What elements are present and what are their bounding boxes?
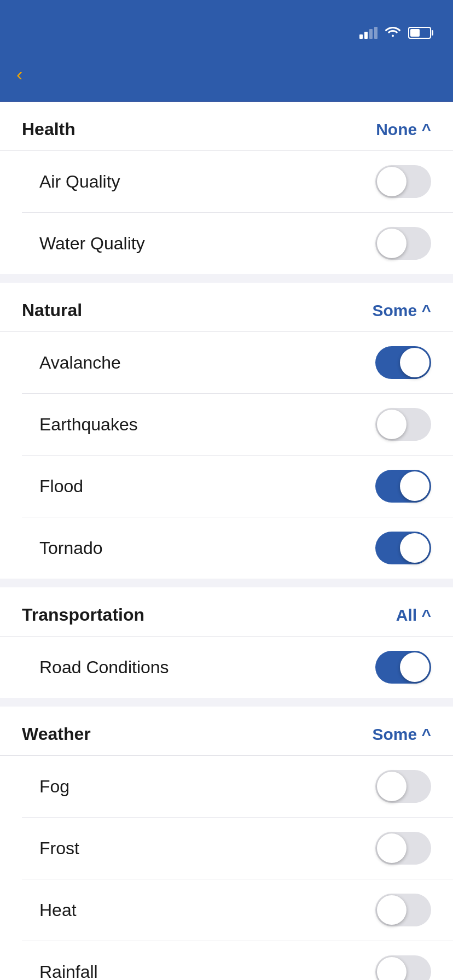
section-badge-weather[interactable]: Some ^ — [372, 725, 431, 744]
item-row-heat: Heat — [0, 879, 453, 941]
item-row-frost: Frost — [0, 818, 453, 879]
toggle-knob-tornado — [400, 533, 429, 563]
section-spacer-health — [0, 274, 453, 283]
toggle-tornado[interactable] — [375, 532, 431, 564]
item-label-water-quality: Water Quality — [39, 234, 145, 254]
toggle-fog[interactable] — [375, 770, 431, 803]
item-label-earthquakes: Earthquakes — [39, 415, 138, 435]
item-label-air-quality: Air Quality — [39, 172, 120, 192]
content: HealthNone ^Air QualityWater QualityNatu… — [0, 102, 453, 980]
section-badge-transportation[interactable]: All ^ — [396, 606, 431, 625]
item-label-tornado: Tornado — [39, 538, 103, 558]
toggle-air-quality[interactable] — [375, 165, 431, 198]
item-row-fog: Fog — [0, 756, 453, 817]
back-button[interactable]: ‹ — [16, 65, 26, 85]
toggle-knob-heat — [377, 895, 406, 925]
item-label-heat: Heat — [39, 900, 77, 920]
toggle-frost[interactable] — [375, 832, 431, 865]
section-title-health: Health — [22, 119, 76, 139]
item-label-fog: Fog — [39, 777, 69, 797]
item-row-flood: Flood — [0, 456, 453, 517]
item-label-avalanche: Avalanche — [39, 353, 121, 373]
toggle-knob-rainfall — [377, 957, 406, 980]
section-header-transportation: TransportationAll ^ — [0, 587, 453, 636]
section-header-natural: NaturalSome ^ — [0, 283, 453, 331]
section-title-weather: Weather — [22, 724, 91, 744]
item-row-earthquakes: Earthquakes — [0, 394, 453, 455]
toggle-rainfall[interactable] — [375, 955, 431, 980]
back-arrow-icon: ‹ — [16, 63, 22, 85]
status-bar — [0, 0, 453, 48]
item-label-rainfall: Rainfall — [39, 962, 98, 981]
section-badge-health[interactable]: None ^ — [376, 120, 431, 139]
toggle-earthquakes[interactable] — [375, 408, 431, 441]
item-label-road-conditions: Road Conditions — [39, 657, 169, 678]
item-row-air-quality: Air Quality — [0, 151, 453, 212]
item-row-rainfall: Rainfall — [0, 941, 453, 980]
item-label-frost: Frost — [39, 838, 79, 859]
toggle-knob-earthquakes — [377, 410, 406, 439]
toggle-knob-air-quality — [377, 167, 406, 196]
item-row-tornado: Tornado — [0, 517, 453, 579]
section-badge-natural[interactable]: Some ^ — [372, 301, 431, 320]
battery-icon — [408, 27, 431, 39]
toggle-knob-road-conditions — [400, 652, 429, 682]
section-spacer-natural — [0, 579, 453, 587]
section-header-weather: WeatherSome ^ — [0, 707, 453, 755]
section-title-transportation: Transportation — [22, 605, 144, 625]
toggle-knob-fog — [377, 772, 406, 801]
item-row-water-quality: Water Quality — [0, 213, 453, 274]
toggle-water-quality[interactable] — [375, 227, 431, 260]
section-header-health: HealthNone ^ — [0, 102, 453, 150]
toggle-heat[interactable] — [375, 894, 431, 926]
item-row-avalanche: Avalanche — [0, 332, 453, 393]
wifi-icon — [385, 25, 400, 40]
item-row-road-conditions: Road Conditions — [0, 637, 453, 698]
item-label-flood: Flood — [39, 476, 83, 497]
toggle-knob-water-quality — [377, 229, 406, 258]
toggle-road-conditions[interactable] — [375, 651, 431, 684]
status-icons — [359, 25, 431, 40]
toggle-flood[interactable] — [375, 470, 431, 503]
toggle-knob-frost — [377, 833, 406, 863]
section-spacer-transportation — [0, 698, 453, 707]
toggle-avalanche[interactable] — [375, 346, 431, 379]
section-title-natural: Natural — [22, 300, 82, 320]
toggle-knob-avalanche — [400, 348, 429, 377]
signal-icon — [359, 27, 378, 39]
nav-bar: ‹ — [0, 48, 453, 102]
toggle-knob-flood — [400, 471, 429, 501]
